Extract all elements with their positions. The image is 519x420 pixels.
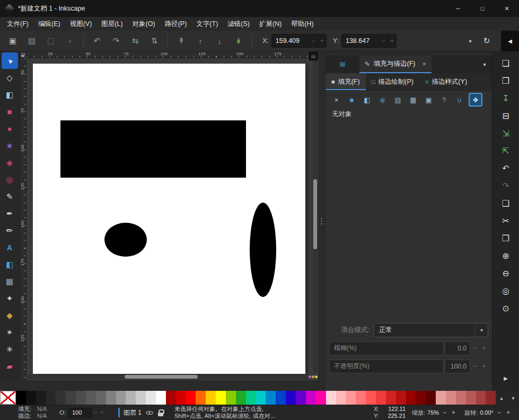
palette-swatch[interactable] (446, 391, 456, 405)
palette-swatch[interactable] (406, 391, 416, 405)
horizontal-scrollbar-thumb[interactable] (125, 375, 198, 379)
palette-swatch[interactable] (466, 391, 476, 405)
black-ellipse-small-shape[interactable] (104, 223, 147, 257)
active-swatch-button[interactable]: ❖ (469, 93, 482, 107)
opacity-input[interactable]: 100 (68, 408, 92, 418)
select-all-layers-button[interactable]: ▤ (22, 33, 41, 49)
palette-swatch[interactable] (356, 391, 366, 405)
ellipse-tool[interactable]: ● (2, 120, 18, 137)
palette-swatch[interactable] (106, 391, 116, 405)
zoom-value[interactable]: 75% (427, 409, 439, 416)
gradient-tool[interactable]: ◧ (2, 256, 18, 273)
maximize-button[interactable]: □ (470, 0, 495, 17)
palette-swatch[interactable] (46, 391, 56, 405)
palette-swatch[interactable] (346, 391, 356, 405)
dialog-icon-tab[interactable]: ≋ (326, 56, 359, 73)
layer-visibility-icon[interactable] (145, 409, 154, 417)
x-increment-button[interactable]: + (318, 34, 327, 48)
layer-name[interactable]: 图层 1 (124, 408, 142, 417)
close-tab-icon[interactable]: × (423, 60, 427, 68)
dropper-tool[interactable]: ✦ (2, 290, 18, 307)
flat-color-button[interactable]: ■ (346, 94, 358, 106)
flip-horizontal-button[interactable]: ⇆ (126, 33, 145, 49)
box3d-tool[interactable]: ◈ (2, 154, 18, 171)
selector-tool[interactable]: ▲ (2, 52, 18, 69)
palette-swatch[interactable] (186, 391, 196, 405)
palette-swatch[interactable] (276, 391, 286, 405)
cut-button[interactable]: ✂ (497, 212, 515, 230)
radial-gradient-button[interactable]: ◉ (376, 94, 389, 106)
swatch-button[interactable]: ▣ (423, 94, 435, 106)
opacity-slider[interactable]: 不透明度(%) (329, 360, 444, 373)
zoom-out-button[interactable]: ⊖ (497, 265, 515, 282)
rotate-ccw-button[interactable]: ↶ (87, 33, 107, 49)
palette-swatch[interactable] (316, 391, 326, 405)
palette-swatch[interactable] (156, 391, 166, 405)
unknown-paint-button[interactable]: ? (438, 94, 450, 106)
paste-button[interactable]: ❒ (497, 230, 515, 247)
menu-item[interactable]: 视图(V) (65, 17, 97, 31)
opacity-decrement-button[interactable]: − (470, 360, 479, 373)
palette-swatch[interactable] (336, 391, 346, 405)
lower-button[interactable]: ↓ (210, 33, 229, 49)
x-input[interactable]: 159.409 (271, 34, 310, 48)
tab-fill[interactable]: ■填充(F) (326, 73, 366, 90)
palette-swatch[interactable] (426, 391, 436, 405)
palette-swatch[interactable] (226, 391, 236, 405)
palette-scroll-up-button[interactable]: ▴ (496, 391, 507, 405)
palette-swatch[interactable] (486, 391, 496, 405)
spray-tool[interactable]: ✳ (2, 341, 18, 357)
linear-gradient-button[interactable]: ◧ (361, 94, 373, 106)
paint-bucket-tool[interactable]: ◆ (2, 307, 18, 323)
star-tool[interactable]: ★ (2, 137, 18, 154)
minimize-button[interactable]: ─ (446, 0, 470, 17)
palette-swatch[interactable] (126, 391, 136, 405)
menu-item[interactable]: 文件(F) (2, 17, 33, 31)
lower-to-bottom-button[interactable]: ↡ (229, 33, 248, 49)
blend-mode-select[interactable]: 正常 ▾ (374, 323, 488, 337)
palette-swatch[interactable] (206, 391, 216, 405)
menu-item[interactable]: 对象(O) (128, 17, 160, 31)
menu-item[interactable]: 帮助(H) (286, 17, 318, 31)
palette-swatch[interactable] (236, 391, 246, 405)
new-document-button[interactable]: ❏ (497, 55, 515, 72)
palette-swatch[interactable] (176, 391, 186, 405)
node-tool[interactable]: ◇ (2, 69, 18, 86)
zoom-page-button[interactable]: ◎ (497, 282, 515, 300)
palette-swatch[interactable] (396, 391, 406, 405)
palette-swatch[interactable] (326, 391, 336, 405)
collapse-snapbar-button[interactable]: ◀ (501, 31, 519, 51)
y-input[interactable]: 138.647 (341, 34, 380, 48)
eraser-tool[interactable]: ▰ (2, 358, 18, 374)
menu-item[interactable]: 扩展(N) (254, 17, 286, 31)
palette-swatch[interactable] (96, 391, 106, 405)
checkerboard-button[interactable]: ▦ (407, 94, 419, 106)
palette-swatch[interactable] (76, 391, 86, 405)
opacity-increment-button[interactable]: + (479, 360, 488, 373)
mesh-tool[interactable]: ▦ (2, 273, 18, 290)
palette-swatch[interactable] (56, 391, 66, 405)
black-rectangle-shape[interactable] (60, 120, 246, 178)
opacity-statusbar-increment[interactable]: + (99, 409, 105, 416)
palette-swatch[interactable] (476, 391, 486, 405)
palette-swatch[interactable] (456, 391, 466, 405)
palette-swatch[interactable] (196, 391, 206, 405)
fill-stroke-dock-tab[interactable]: ✎ 填充与描边(F) × (359, 56, 432, 73)
palette-scroll-down-button[interactable]: ▾ (507, 391, 519, 405)
blur-slider[interactable]: 模糊(%) (329, 342, 444, 355)
canvas[interactable] (27, 58, 318, 380)
rotation-decrement-button[interactable]: − (496, 409, 503, 416)
palette-swatch[interactable] (416, 391, 426, 405)
flip-vertical-button[interactable]: ⇅ (145, 33, 164, 49)
menu-item[interactable]: 路径(P) (160, 17, 192, 31)
save-document-button[interactable]: ↧ (497, 90, 515, 107)
black-ellipse-tall-shape[interactable] (250, 203, 276, 297)
redo-button[interactable]: ↷ (497, 177, 515, 195)
palette-swatch[interactable] (386, 391, 396, 405)
palette-swatch[interactable] (256, 391, 266, 405)
palette-swatch[interactable] (366, 391, 376, 405)
reset-rotation-button[interactable]: ↻ (478, 33, 496, 49)
rotation-increment-button[interactable]: + (505, 409, 512, 416)
raise-to-top-button[interactable]: ↟ (172, 33, 191, 49)
tweak-tool[interactable]: ✴ (2, 324, 18, 340)
